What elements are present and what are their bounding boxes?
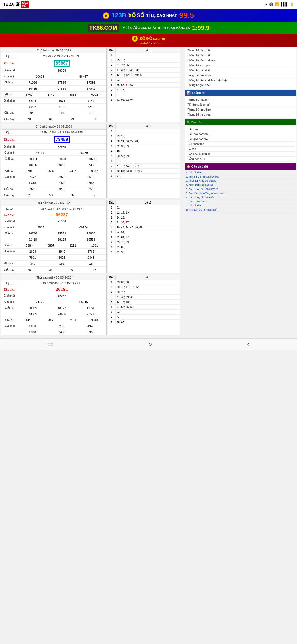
status-bar: 14:46 🖼 BÁOMỚI ∗ 🔇 📶 ▌▌▌ 🔋 <box>0 0 297 9</box>
giaiba-values-2a: 00824 84828 31874 <box>17 157 106 161</box>
thongke-section-top: Thống kê tần suất Thống kê tần suất Thốn… <box>185 47 296 89</box>
soicau-item-3[interactable]: Cầu theo thứ <box>186 142 295 147</box>
thongke-section-2: Thống kê nhanh TK tần suất bộ số Thống k… <box>185 96 296 118</box>
giaitu-row-4: Giải tư 1413 7656 2151 9010 <box>1 317 106 323</box>
loto-row-1-8: 8 80; 81; 83; 85; 87; 89; <box>108 169 180 174</box>
giainhat-row-1: Giải nhất 98338 <box>1 67 106 73</box>
svg-text:B: B <box>105 14 107 17</box>
loto-vals-1-5: 50; 56; 59; <box>116 154 180 158</box>
loto-dau-2-6: 6 <box>108 235 116 239</box>
thongke2-item-0[interactable]: Thống kê nhanh <box>186 97 295 102</box>
kytu-label-2: Ký tự <box>1 130 17 135</box>
giaitu-label-1: Giải tư <box>1 92 17 97</box>
giaiba-values-3a: 96746 15579 95688 <box>17 231 106 236</box>
loto-dau-header-0: Đầu <box>108 48 116 53</box>
loto-loto-header-3: Lô tô <box>116 275 180 280</box>
thongke-item-4[interactable]: Thống kê đầu đuôi <box>186 68 295 73</box>
sodo-logo: S SỐ ĐỎ casino <box>2 36 295 42</box>
status-right: ∗ 🔇 📶 ▌▌▌ 🔋 <box>265 2 294 6</box>
soicau-item-4[interactable]: Số mơ <box>186 147 295 152</box>
banner-123b[interactable]: B 123B XỔ SỐ TỈ LỆ CAO NHẤT 99.5 <box>0 9 297 22</box>
thongke-item-3[interactable]: Thống kê loto gan <box>186 63 295 68</box>
thongke2-item-2[interactable]: Thống kê tổng hợp <box>186 107 295 112</box>
dacbiet-val-3: 96237 <box>56 212 68 217</box>
loto-row-1-3: 3 32; 37; 39; <box>108 144 180 149</box>
lottery-block-1: Thứ hai ngày 29-05-2023 Ký tự 2SL-6SL-10… <box>1 48 107 122</box>
banner-tk88[interactable]: TK88.COM TỶ LỆ CƯỢC CAO NHẤT TRÊN TOÀN M… <box>0 22 297 34</box>
loto-dau-1-5: 5 <box>108 154 116 158</box>
chude-item-9[interactable]: 10. Xsmt-thứ 2 ng thiên huế <box>186 208 295 212</box>
giainhat-val-2: 32985 <box>58 145 66 148</box>
soicau-item-1[interactable]: Cầu loto bạch thủ <box>186 132 295 137</box>
loto-dau-2-8: 8 <box>108 245 116 249</box>
soicau-item-0[interactable]: Cầu loto <box>186 127 295 132</box>
nav-home-button[interactable]: ○ <box>148 341 152 348</box>
loto-row-3-7: 7 72; <box>108 315 180 320</box>
kytu-row-4: Ký tự 9SP-7SP-13SP-15SP-6SP-3SP <box>1 280 106 286</box>
loto-row-3-1: 1 10; 10; 11; 13; 16; <box>108 285 180 290</box>
loto-row-2-1: 1 11; 19; 19; <box>108 210 180 215</box>
soicau-item-6[interactable]: Tổng hợp cầu <box>186 157 295 162</box>
soicau-item-5[interactable]: Tạo phối cầu tuần <box>186 152 295 157</box>
loto-dau-1-0: 0 <box>108 129 116 133</box>
giainhat-label-1: Giải nhất <box>1 68 17 72</box>
thongke-item-6[interactable]: Thống kê tần suất theo Đặc Biệt <box>186 78 295 83</box>
giaitu-row-1: Giải tư 6742 1749 8665 0992 <box>1 92 106 98</box>
giaiba-values-4a: 50939 18172 11720 <box>17 306 106 310</box>
soicau-item-2[interactable]: Cầu giải đặc biệt <box>186 137 295 142</box>
chude-item-3[interactable]: 4. Xsmt-thứ 3 ng đắc lắc <box>186 183 295 187</box>
giaisau-label-2: Giải sáu <box>1 187 17 191</box>
chude-item-5[interactable]: 6. Cầu định ơi hướng tuần cho ace t <box>186 191 295 195</box>
loto-dau-0-1: 1 <box>108 58 116 62</box>
kytu-row-3: Ký tự 2SN-12SN-7SN-10SN-14SN-9SN <box>1 206 106 212</box>
chude-item-6[interactable]: 7. Cầu lotto_ đặc 29/05/2023 <box>186 195 295 200</box>
loto-row-0-3: 3 34; 36; 37; 38; 38; <box>108 68 180 73</box>
soicau-title: 🔍 Soi cầu <box>185 119 296 125</box>
giaibay-values-1: 78 91 21 34 <box>17 117 106 121</box>
loto-dau-0-6: 6 <box>108 83 116 87</box>
dacbiet-label-1: Đặc biệt <box>1 61 17 66</box>
giaisau-row-3: Giải sáu 849 191 024 <box>1 261 106 267</box>
thongke-item-0[interactable]: Thống kê tần suất <box>186 48 295 53</box>
loto-vals-2-3: 31; 33; 37; <box>116 220 180 225</box>
loto-vals-2-2: 24; 25; <box>116 215 180 220</box>
giaitu-label-3: Giải tư <box>1 243 17 247</box>
chude-item-1[interactable]: 2. Xsmn thứ 3 ng tàu, bạc liêu <box>186 175 295 179</box>
loto-row-2-5: 5 54; 54; <box>108 230 180 235</box>
giainhat-values-2: 32985 <box>17 144 106 149</box>
giaitu-values-2: 9781 9537 5387 9377 <box>17 169 106 173</box>
giainum-values-1b: 8937 3123 4242 <box>17 105 106 109</box>
thongke-item-2[interactable]: Thống kê tần suất loto <box>186 58 295 63</box>
chude-item-2[interactable]: 3. Thảo luận, dự 30/5/2023 <box>186 179 295 183</box>
giainum-row-3b: 7901 5425 2843 <box>1 255 106 261</box>
thongke2-item-3[interactable]: Thống kê theo nga <box>186 112 295 117</box>
lottery-title-4: Thứ sáu ngày 26-05-2023 <box>1 275 106 280</box>
chude-item-7[interactable]: 8. Cầu lotto - đặc <box>186 200 295 204</box>
chude-item-8[interactable]: 9. Mở bắt thứ hai <box>186 204 295 208</box>
dacbiet-val-4: 36191 <box>56 287 68 292</box>
loto-loto-header-2: Lô tô <box>116 200 180 205</box>
loto-row-0-9: 9 91; 91; 92; 94; <box>108 97 180 102</box>
kytu-value-4: 9SP-7SP-13SP-15SP-6SP-3SP <box>17 281 106 285</box>
loto-row-2-9: 9 91; 98; <box>108 250 180 255</box>
nav-back-button[interactable]: ☰ <box>48 341 53 348</box>
chude-item-4[interactable]: 5. Cầu lotto_ đặc 30/05/2023 <box>186 187 295 191</box>
giaibay-label-1: Giải bảy <box>1 117 17 121</box>
thongke2-item-1[interactable]: TK tần suất bộ số <box>186 102 295 107</box>
lottery-block-4: Thứ sáu ngày 26-05-2023 Ký tự 9SP-7SP-13… <box>1 275 107 335</box>
dacbiet-row-4: Đặc biệt 36191 <box>1 286 106 293</box>
loto-row-1-2: 2 20; 24; 26; 27; 28; <box>108 139 180 144</box>
chude-item-0[interactable]: 1. Mở bắt thứ ba <box>186 171 295 175</box>
signal-icon: ▌▌▌ <box>281 2 288 6</box>
dacbiet-row-2: Đặc biệt 79459 <box>1 136 106 144</box>
thongke-item-7[interactable]: Thống kê giải nhất <box>186 83 295 88</box>
nav-forward-button[interactable]: ‹ <box>247 341 249 348</box>
thongke-item-1[interactable]: Thống kê tần suất <box>186 53 295 58</box>
loto-dau-1-8: 8 <box>108 169 116 173</box>
loto-dau-2-5: 5 <box>108 230 116 234</box>
giaitu-values-4: 1413 7656 2151 9010 <box>17 318 106 322</box>
thongke-item-5[interactable]: Bảng đặc biệt năm <box>186 73 295 78</box>
banner-sodo[interactable]: S SỐ ĐỎ casino — sodo66.com — <box>0 34 297 47</box>
wifi-icon: 📶 <box>275 2 279 6</box>
giaiba-row-4b: 73339 73686 22536 <box>1 311 106 317</box>
